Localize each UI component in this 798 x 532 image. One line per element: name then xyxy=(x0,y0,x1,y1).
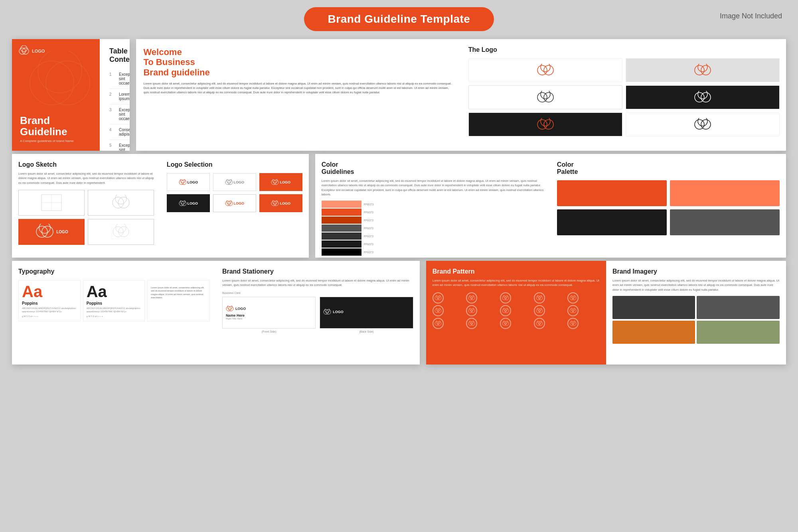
brand-stationery-page: Brand Stationery Lorem ipsum dolor sit a… xyxy=(216,261,420,365)
font-weights-2: g W 5 S s/< • ÷ + xyxy=(87,315,142,318)
toc-num: 3 xyxy=(109,108,115,112)
swatch-7 xyxy=(322,248,361,256)
logo-sketch-body: Lorem ipsum dolor sit amet, consectetur … xyxy=(18,171,154,185)
toc-items: 1 Excepteur sint occaecat 02 2 Lorem ips… xyxy=(109,69,130,151)
pattern-grid xyxy=(433,292,600,329)
the-logo-heading: The Logo xyxy=(468,46,780,53)
svg-point-93 xyxy=(436,321,440,324)
sketch-box-3 xyxy=(88,219,154,245)
svg-point-39 xyxy=(180,179,185,183)
imagery-block-1 xyxy=(612,296,695,319)
cover-page: LOGO Brand Guideline A Complete guidelin… xyxy=(12,39,100,151)
logo-box-dark-color xyxy=(468,112,622,136)
swatch-label-2: FF8373 xyxy=(364,211,373,214)
pattern-icon-14 xyxy=(534,318,545,329)
svg-point-8 xyxy=(541,64,550,72)
svg-point-84 xyxy=(504,308,508,311)
sketch-grid: LOGO xyxy=(18,190,154,245)
sel-box-2: LOGO xyxy=(213,173,256,191)
logo-sketch-heading: Logo Sketch xyxy=(18,161,154,168)
sel-box-1: LOGO xyxy=(167,173,210,191)
svg-point-99 xyxy=(504,321,508,324)
imagery-mosaic xyxy=(612,296,780,344)
front-card-logo-icon xyxy=(226,305,234,312)
swatch-label-7: FF8373 xyxy=(364,251,373,254)
front-card-logo: LOGO xyxy=(226,305,246,312)
cover-decoration xyxy=(28,51,92,115)
cover-title: Brand Guideline xyxy=(20,115,92,138)
brand-imagery-body: Lorem ipsum dolor sit amet, consectetur … xyxy=(612,278,780,292)
svg-point-32 xyxy=(39,224,50,233)
toc-num: 2 xyxy=(109,92,115,97)
svg-point-45 xyxy=(273,179,277,183)
back-card-logo-text: LOGO xyxy=(333,310,344,314)
font-body: Lorem ipsum dolor sit amet, consectetur … xyxy=(151,286,206,299)
pattern-icon-3 xyxy=(500,292,511,303)
pattern-icon-1 xyxy=(433,292,444,303)
swatch-label-1: FFB373 xyxy=(364,203,374,206)
pattern-icon-6 xyxy=(433,305,444,316)
color-guidelines-body: Lorem ipsum dolor sit amet, consectetur … xyxy=(322,179,544,197)
svg-point-29 xyxy=(115,195,126,204)
color-guidelines-page: ColorGuidelines Lorem ipsum dolor sit am… xyxy=(315,154,551,258)
stationery-cards: LOGO Name Here Right Title Here (Front S… xyxy=(222,297,413,333)
image-note: Image Not Included xyxy=(720,12,782,20)
toc-label: Excepteur sint occaecat xyxy=(119,108,130,121)
stationery-heading: Brand Stationery xyxy=(222,268,413,275)
cover-text: Brand Guideline A Complete guidelines of… xyxy=(20,115,92,143)
svg-point-2 xyxy=(21,45,27,52)
spread-cover-toc: LOGO Brand Guideline A Complete guidelin… xyxy=(12,39,130,151)
svg-point-54 xyxy=(273,200,277,204)
row-1: LOGO Brand Guideline A Complete guidelin… xyxy=(0,35,798,154)
logo-grid xyxy=(468,58,780,136)
font-sample-1: Aa xyxy=(22,284,77,299)
logo-selection-heading: Logo Selection xyxy=(167,161,302,168)
svg-point-57 xyxy=(227,305,232,309)
swatch-row-1: FFB373 xyxy=(322,201,544,208)
svg-point-11 xyxy=(698,64,707,72)
sketch-box-1 xyxy=(18,190,85,216)
logo-sketch-page: Logo Sketch Lorem ipsum dolor sit amet, … xyxy=(12,154,160,258)
font-name-2: Poppins xyxy=(87,301,142,305)
svg-point-69 xyxy=(504,295,508,298)
pattern-icon-13 xyxy=(500,318,511,329)
pattern-icon-9 xyxy=(534,305,545,316)
toc-page: Table of Content 1 Excepteur sint occaec… xyxy=(100,39,130,151)
svg-point-34 xyxy=(113,227,123,237)
toc-item-3: 3 Excepteur sint occaecat 07 xyxy=(109,104,130,124)
sel-box-3: LOGO xyxy=(259,173,302,191)
swatch-1 xyxy=(322,201,361,208)
front-card-name: Name Here xyxy=(226,313,245,317)
svg-point-78 xyxy=(436,308,440,311)
imagery-block-4 xyxy=(697,321,780,344)
swatch-row-5: FF8373 xyxy=(322,233,544,240)
front-card-title: Right Title Here xyxy=(226,317,242,320)
spread-color: ColorGuidelines Lorem ipsum dolor sit am… xyxy=(315,154,786,258)
back-card-wrapper: LOGO (Back Side) xyxy=(320,297,413,333)
pattern-icon-11 xyxy=(433,318,444,329)
logo-box-white xyxy=(468,58,622,82)
row-3: Typography Aa Poppins ABCDEFGHIJKLMNOPQR… xyxy=(0,261,798,371)
swatch-3 xyxy=(322,217,361,224)
welcome-heading: Welcome To Business Brand guideline xyxy=(143,47,454,77)
spread-typography-stationery: Typography Aa Poppins ABCDEFGHIJKLMNOPQR… xyxy=(12,261,420,365)
pattern-icon-2 xyxy=(466,292,477,303)
swatch-label-3: FF8373 xyxy=(364,219,373,222)
swatch-4 xyxy=(322,225,361,232)
palette-dark xyxy=(557,209,667,235)
svg-rect-33 xyxy=(112,225,130,239)
toc-item-4: 4 Consectetur adipiscing 09 xyxy=(109,124,130,140)
pattern-icon-12 xyxy=(466,318,477,329)
svg-point-36 xyxy=(116,224,126,233)
svg-point-20 xyxy=(541,118,550,126)
color-palette-page: ColorPalette xyxy=(551,154,786,258)
svg-point-75 xyxy=(571,295,575,298)
svg-point-14 xyxy=(541,91,550,99)
logo-selection-grid: LOGO LOGO LOGO LOGO LOGO xyxy=(167,173,302,212)
imagery-block-3 xyxy=(612,321,695,344)
pattern-icon-7 xyxy=(466,305,477,316)
swatch-row-3: FF8373 xyxy=(322,217,544,224)
toc-label: Excepteur sint occaecat xyxy=(119,143,130,151)
svg-point-66 xyxy=(470,295,474,298)
welcome-page: Welcome To Business Brand guideline Lore… xyxy=(136,39,462,151)
